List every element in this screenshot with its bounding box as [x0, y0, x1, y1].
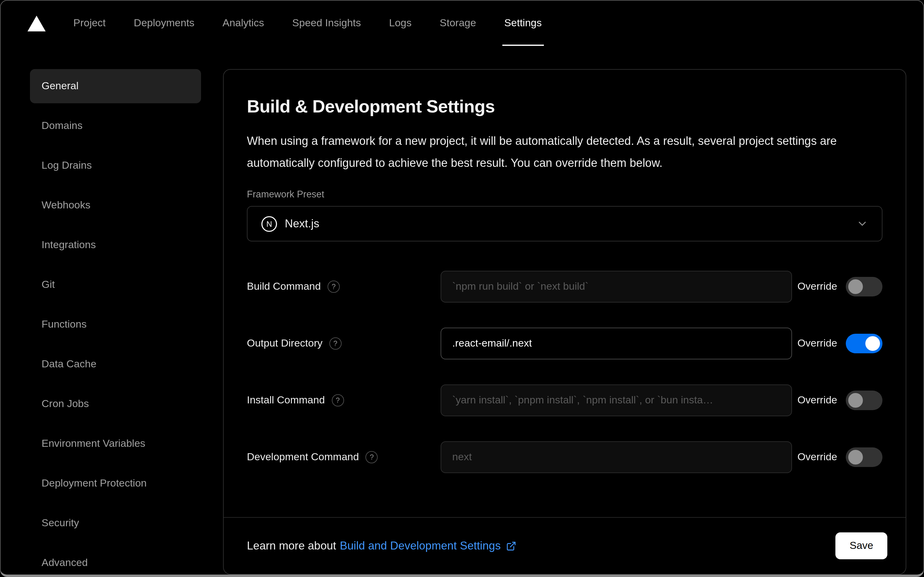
build-command-override-toggle[interactable]	[846, 277, 882, 297]
sidebar-item-advanced[interactable]: Advanced	[30, 546, 201, 577]
sidebar-item-domains[interactable]: Domains	[30, 109, 201, 143]
build-settings-body: Build & Development Settings When using …	[224, 70, 906, 517]
output-directory-row: Output Directory ? Override	[247, 328, 882, 359]
install-command-help-icon[interactable]: ?	[332, 394, 344, 406]
toggle-knob	[848, 450, 863, 464]
output-directory-input[interactable]	[441, 328, 792, 359]
build-command-label-text: Build Command	[247, 280, 321, 293]
toggle-knob	[848, 393, 863, 408]
install-command-input[interactable]	[441, 384, 792, 416]
install-command-label: Install Command ?	[247, 394, 441, 406]
nextjs-logo-icon: N	[261, 216, 277, 232]
learn-more-prefix: Learn more about	[247, 539, 336, 553]
framework-preset-label: Framework Preset	[247, 189, 882, 200]
development-command-help-icon[interactable]: ?	[366, 451, 378, 463]
sidebar-item-deployment-protection[interactable]: Deployment Protection	[30, 466, 201, 501]
install-command-row: Install Command ? Override	[247, 384, 882, 416]
override-label: Override	[797, 337, 837, 350]
nav-tab-logs[interactable]: Logs	[387, 1, 414, 46]
override-label: Override	[797, 394, 837, 406]
install-command-override: Override	[797, 390, 882, 410]
sidebar-item-cron-jobs[interactable]: Cron Jobs	[30, 387, 201, 421]
build-settings-card: Build & Development Settings When using …	[223, 69, 906, 575]
external-link-icon	[506, 541, 517, 551]
build-command-help-icon[interactable]: ?	[328, 280, 340, 293]
learn-more-link-text: Build and Development Settings	[340, 539, 501, 553]
chevron-down-icon	[856, 218, 868, 230]
build-command-row: Build Command ? Override	[247, 271, 882, 303]
build-command-label: Build Command ?	[247, 280, 441, 293]
vercel-logo-icon[interactable]	[27, 1, 46, 46]
sidebar-item-data-cache[interactable]: Data Cache	[30, 347, 201, 381]
sidebar-item-environment-variables[interactable]: Environment Variables	[30, 427, 201, 461]
section-title: Build & Development Settings	[247, 97, 882, 117]
override-label: Override	[797, 280, 837, 293]
learn-more-text: Learn more about Build and Development S…	[247, 539, 517, 553]
toggle-knob	[865, 336, 880, 351]
nav-tab-storage[interactable]: Storage	[438, 1, 478, 46]
sidebar-item-log-drains[interactable]: Log Drains	[30, 148, 201, 183]
app-window: Project Deployments Analytics Speed Insi…	[0, 0, 924, 577]
sidebar-item-git[interactable]: Git	[30, 268, 201, 302]
install-command-override-toggle[interactable]	[846, 390, 882, 410]
framework-preset-select[interactable]: N Next.js	[247, 206, 882, 242]
output-directory-label: Output Directory ?	[247, 337, 441, 350]
output-directory-override: Override	[797, 334, 882, 353]
save-button[interactable]: Save	[836, 532, 888, 559]
sidebar-item-functions[interactable]: Functions	[30, 308, 201, 342]
sidebar-item-integrations[interactable]: Integrations	[30, 228, 201, 262]
development-command-row: Development Command ? Override	[247, 441, 882, 473]
development-command-override: Override	[797, 447, 882, 467]
nav-tab-deployments[interactable]: Deployments	[132, 1, 196, 46]
sidebar-item-webhooks[interactable]: Webhooks	[30, 188, 201, 222]
nav-tab-analytics[interactable]: Analytics	[221, 1, 266, 46]
sidebar-item-general[interactable]: General	[30, 69, 201, 103]
install-command-label-text: Install Command	[247, 394, 325, 406]
nav-tab-speed-insights[interactable]: Speed Insights	[290, 1, 363, 46]
settings-sidebar: General Domains Log Drains Webhooks Inte…	[30, 69, 201, 575]
section-description: When using a framework for a new project…	[247, 130, 882, 174]
main-nav: Project Deployments Analytics Speed Insi…	[71, 1, 544, 46]
top-nav: Project Deployments Analytics Speed Insi…	[1, 1, 923, 46]
build-command-override: Override	[797, 277, 882, 297]
override-label: Override	[797, 451, 837, 463]
command-rows: Build Command ? Override Output D	[247, 271, 882, 473]
settings-content: General Domains Log Drains Webhooks Inte…	[1, 46, 923, 575]
framework-preset-value: Next.js	[285, 217, 319, 230]
output-directory-override-toggle[interactable]	[846, 334, 882, 353]
output-directory-help-icon[interactable]: ?	[329, 337, 341, 350]
development-command-input[interactable]	[441, 441, 792, 473]
learn-more-link[interactable]: Build and Development Settings	[340, 539, 517, 553]
svg-text:N: N	[266, 219, 272, 228]
development-command-label-text: Development Command	[247, 451, 359, 463]
development-command-label: Development Command ?	[247, 451, 441, 463]
toggle-knob	[848, 279, 863, 294]
development-command-override-toggle[interactable]	[846, 447, 882, 467]
card-footer: Learn more about Build and Development S…	[224, 517, 906, 574]
nav-tab-project[interactable]: Project	[71, 1, 108, 46]
sidebar-item-security[interactable]: Security	[30, 506, 201, 540]
output-directory-label-text: Output Directory	[247, 337, 323, 350]
build-command-input[interactable]	[441, 271, 792, 303]
nav-tab-settings[interactable]: Settings	[502, 1, 544, 46]
